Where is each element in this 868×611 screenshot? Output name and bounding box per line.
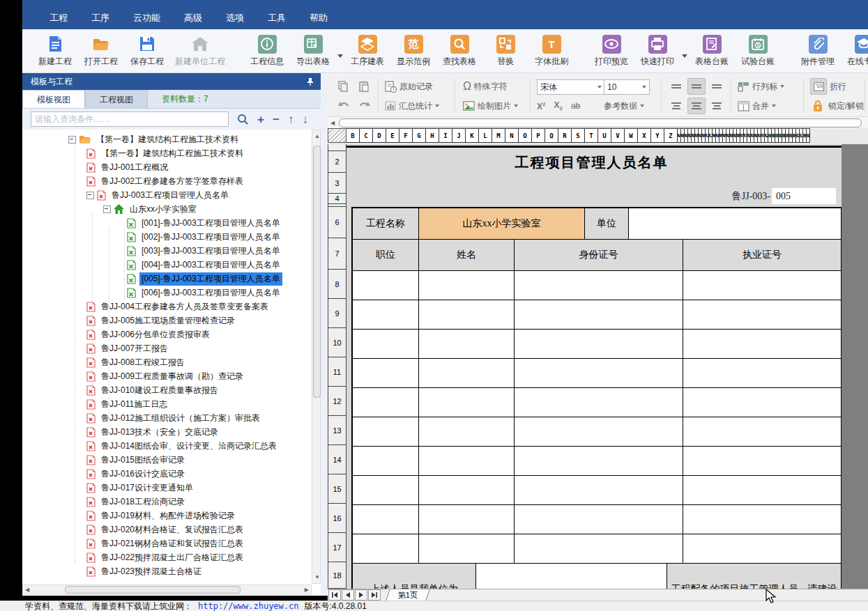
- row-header-9[interactable]: 9: [328, 299, 347, 328]
- summary-stats-label[interactable]: 汇总统计: [399, 100, 432, 112]
- rowcol-header-label[interactable]: 行列标: [752, 81, 777, 93]
- column-header-L[interactable]: L: [479, 128, 492, 143]
- reference-data-button[interactable]: 参考数据: [604, 100, 637, 112]
- cell-empty-r14c2[interactable]: [515, 447, 683, 476]
- column-header-N[interactable]: N: [505, 128, 519, 143]
- menu-item-5[interactable]: 工具: [256, 8, 298, 29]
- tree-item[interactable]: 鲁JJ-009工程质量事故调（勘）查记录: [22, 369, 312, 383]
- cell-header-执业证号[interactable]: 执业证号: [683, 240, 842, 271]
- undo-icon[interactable]: [337, 101, 350, 111]
- dropdown-caret-icon[interactable]: [682, 54, 687, 58]
- cell-empty-r15c3[interactable]: [683, 476, 842, 505]
- tree-item[interactable]: 鲁JJ-015图纸会审记录: [22, 453, 312, 467]
- search-icon[interactable]: [237, 114, 249, 125]
- menu-item-0[interactable]: 工程: [38, 8, 79, 29]
- form-number-cell[interactable]: 005: [772, 188, 836, 204]
- tree-item[interactable]: 鲁JJ-022预拌混凝土出厂合格证汇总表: [22, 550, 312, 564]
- valign-middle-button[interactable]: [687, 78, 706, 95]
- cell-project-name-value[interactable]: 山东xx小学实验室: [419, 208, 585, 240]
- cell-empty-r14c1[interactable]: [419, 447, 515, 476]
- column-header-R[interactable]: R: [558, 128, 572, 143]
- dropdown-caret-icon[interactable]: [772, 105, 776, 107]
- first-page-button[interactable]: [328, 589, 341, 601]
- page-tab[interactable]: 第1页: [386, 589, 429, 601]
- toolbar-button-打印预览[interactable]: 打印预览: [593, 35, 630, 68]
- menu-item-2[interactable]: 云功能: [121, 8, 172, 29]
- row-header-18[interactable]: 18: [328, 562, 347, 589]
- dropdown-caret-icon[interactable]: [640, 105, 644, 107]
- cell-header-职位[interactable]: 职位: [353, 240, 419, 271]
- lock-label[interactable]: 锁定/解锁: [828, 100, 864, 112]
- toolbar-button-查找表格[interactable]: 查找表格: [441, 35, 478, 68]
- column-header-V[interactable]: V: [611, 128, 625, 143]
- toolbar-button-表格台账[interactable]: 表格台账: [694, 35, 730, 68]
- column-header-Z[interactable]: Z: [664, 128, 678, 143]
- toolbar-button-快速打印[interactable]: 快速打印: [639, 35, 676, 68]
- row-header-2[interactable]: 2: [328, 151, 347, 173]
- merge-cells-icon[interactable]: [738, 101, 749, 111]
- cell-empty-r13c3[interactable]: [683, 417, 842, 447]
- font-size-select[interactable]: 10: [604, 79, 650, 95]
- tree-item[interactable]: 鲁JJ-002工程参建各方签字签章存样表: [22, 174, 312, 188]
- document-horizontal-scrollbar[interactable]: ◀: [328, 117, 868, 128]
- tree-item[interactable]: [002]-鲁JJ-003工程项目管理人员名单: [22, 230, 312, 244]
- row-header-7[interactable]: 7: [328, 238, 347, 270]
- column-header-T[interactable]: T: [585, 128, 598, 143]
- tree-item[interactable]: 鲁JJ-018工程洽商记录: [22, 495, 312, 509]
- row-header-11[interactable]: 11: [328, 357, 347, 387]
- cell-empty-r17c0[interactable]: [353, 534, 419, 564]
- cell-empty-r9c0[interactable]: [353, 300, 419, 330]
- column-header-I[interactable]: I: [439, 128, 452, 143]
- status-url-link[interactable]: http://www.zhuyew.cn: [198, 601, 299, 611]
- toolbar-button-显示范例[interactable]: 范显示范例: [395, 35, 432, 68]
- tree-item[interactable]: [005]-鲁JJ-003工程项目管理人员名单: [22, 272, 312, 286]
- panel-splitter[interactable]: [321, 73, 328, 596]
- summary-stats-icon[interactable]: [385, 101, 396, 111]
- rowcol-header-icon[interactable]: [738, 82, 749, 92]
- menu-item-3[interactable]: 高级: [172, 8, 214, 29]
- row-header-14[interactable]: 14: [328, 445, 347, 474]
- cell-empty-r11c3[interactable]: [683, 359, 842, 388]
- tree-item[interactable]: [006]-鲁JJ-003工程项目管理人员名单: [22, 286, 312, 300]
- subscript-button[interactable]: X2: [554, 100, 562, 111]
- cell-empty-r14c0[interactable]: [353, 447, 419, 476]
- cell-unit-value[interactable]: [629, 208, 842, 240]
- row-header-6[interactable]: 6: [328, 207, 347, 238]
- column-header-P[interactable]: P: [532, 128, 545, 143]
- cell-empty-r14c3[interactable]: [683, 447, 842, 476]
- row-header-16[interactable]: 16: [328, 504, 347, 533]
- select-all-corner[interactable]: [328, 128, 347, 143]
- tree-item[interactable]: 鲁JJ-013技术（安全）交底记录: [22, 425, 312, 439]
- draw-picture-icon[interactable]: [463, 101, 475, 111]
- cell-empty-r11c2[interactable]: [515, 359, 683, 388]
- cell-empty-r16c3[interactable]: [683, 505, 842, 534]
- move-down-icon[interactable]: ↓: [302, 114, 308, 125]
- cell-empty-r11c0[interactable]: [353, 359, 419, 388]
- cell-header-身份证号[interactable]: 身份证号: [515, 240, 683, 271]
- cell-empty-r12c3[interactable]: [683, 388, 842, 417]
- prev-page-button[interactable]: [342, 589, 354, 601]
- tree-item[interactable]: [004]-鲁JJ-003工程项目管理人员名单: [22, 258, 312, 272]
- toolbar-button-新建单位工程[interactable]: 新建单位工程: [175, 35, 225, 68]
- tree-item[interactable]: 【第一卷】建筑结构工程施工技术资料: [22, 146, 312, 160]
- tree-horizontal-scrollbar[interactable]: ◀▶: [22, 585, 312, 595]
- cell-header-姓名[interactable]: 姓名: [419, 240, 515, 271]
- column-header-H[interactable]: H: [426, 128, 439, 143]
- row-header-10[interactable]: 10: [328, 328, 347, 357]
- cell-empty-r12c1[interactable]: [419, 388, 515, 417]
- form-number-prefix[interactable]: 鲁JJ-003-: [674, 190, 770, 203]
- cell-empty-r16c1[interactable]: [419, 505, 515, 534]
- cell-footer-unit[interactable]: [476, 564, 667, 589]
- toolbar-button-工序建表[interactable]: 工序建表: [349, 35, 386, 68]
- cell-footer-left[interactable]: 上述人员是我单位为: [353, 564, 476, 589]
- dropdown-caret-icon[interactable]: [337, 54, 343, 58]
- move-up-icon[interactable]: ↑: [288, 114, 294, 125]
- tree-item[interactable]: 鲁JJ-004工程参建各方人员及签章变更备案表: [22, 300, 312, 314]
- cell-empty-r16c0[interactable]: [353, 505, 419, 534]
- wrap-label[interactable]: 折行: [830, 81, 846, 93]
- cell-empty-r17c2[interactable]: [515, 534, 683, 564]
- cell-empty-r9c3[interactable]: [683, 300, 842, 330]
- superscript-button[interactable]: X2: [537, 101, 545, 111]
- tree-item[interactable]: 山东xx小学实验室: [22, 202, 312, 216]
- next-page-button[interactable]: [355, 589, 367, 601]
